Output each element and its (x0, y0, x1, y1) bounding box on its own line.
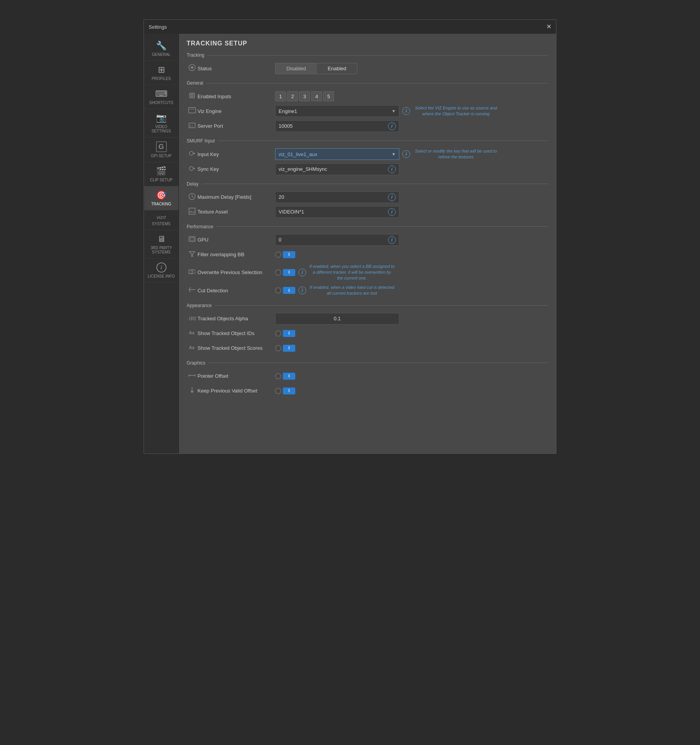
cut-detection-info-icon[interactable]: i (298, 287, 306, 294)
toggle-circle-overwrite (275, 269, 281, 276)
sidebar-item-general[interactable]: 🔧 GENERAL (144, 37, 178, 61)
pointer-offset-icon (187, 372, 198, 381)
sidebar-label-clip: CLIP SETUP (150, 178, 172, 182)
toggle-pill-filter[interactable]: I (283, 251, 295, 258)
toggle-circle-ids (275, 330, 281, 337)
show-tracked-ids-control: I (275, 330, 548, 337)
gpi-icon: G (156, 141, 167, 152)
toggle-pill-keep[interactable]: I (283, 387, 295, 394)
sidebar-label-video: VIDEO SETTINGS (146, 125, 177, 133)
row-input-key: Input Key viz_01_live1_aux ▼ i Select or… (187, 147, 548, 162)
status-toggle[interactable]: Disabled Enabled (275, 63, 357, 74)
toggle-pill-cut[interactable]: I (283, 287, 295, 294)
viz-engine-info-icon[interactable]: i (402, 107, 410, 115)
viz-engine-icon (187, 107, 198, 115)
sidebar-item-clip-setup[interactable]: 🎬 CLIP SETUP (144, 162, 178, 186)
close-button[interactable]: ✕ (546, 24, 551, 30)
svg-line-30 (189, 290, 191, 292)
section-appearance: Appearance (187, 303, 548, 308)
input-btn-5[interactable]: 5 (323, 91, 334, 101)
input-key-arrow: ▼ (392, 152, 396, 156)
toggle-pill-ids[interactable]: I (283, 330, 295, 337)
pointer-offset-toggle[interactable]: I (275, 373, 295, 380)
input-key-dropdown[interactable]: viz_01_live1_aux ▼ (275, 148, 399, 160)
overwrite-info-icon[interactable]: i (298, 269, 306, 276)
max-delay-info-icon[interactable]: i (388, 193, 396, 201)
sidebar-item-profiles[interactable]: ⊞ PROFILES (144, 61, 178, 85)
section-general: General (187, 80, 548, 86)
section-smurf-label: SMURF Input (187, 138, 215, 144)
gpu-control: 0 i (275, 234, 548, 246)
svg-point-1 (191, 66, 193, 69)
gpu-info-icon[interactable]: i (388, 236, 396, 244)
show-scores-toggle[interactable]: I (275, 345, 295, 352)
svg-rect-26 (189, 270, 193, 274)
sidebar-item-shortcuts[interactable]: ⌨ SHORTCUTS (144, 85, 178, 109)
sidebar-item-systems[interactable]: vizrt SYSTEMS (144, 210, 178, 230)
input-key-info-icon[interactable]: i (402, 150, 410, 158)
show-ids-toggle[interactable]: I (275, 330, 295, 337)
viz-engine-value: Engine1 (279, 108, 297, 114)
svg-marker-39 (191, 391, 194, 393)
tracked-objects-alpha-label: Tracked Objects Alpha (198, 316, 275, 321)
row-enabled-inputs: Enabled Inputs 1 2 3 4 5 (187, 89, 548, 104)
input-btn-2[interactable]: 2 (287, 91, 298, 101)
window-title: Settings (149, 24, 167, 30)
texture-asset-input[interactable]: VIDEOIN*1 i (275, 206, 399, 218)
server-port-value: 10005 (279, 123, 293, 129)
toggle-circle-keep (275, 388, 281, 394)
sidebar-item-tracking[interactable]: 🎯 TRACKING (144, 186, 178, 210)
page-title: TRACKING SETUP (187, 40, 548, 47)
tracked-objects-alpha-input[interactable]: 0.1 (275, 313, 399, 325)
viz-engine-control: Engine1 ▼ i Select the VIZ Engine to use… (275, 105, 548, 117)
gpu-input[interactable]: 0 i (275, 234, 399, 246)
title-bar: Settings ✕ (144, 20, 556, 34)
sync-key-input[interactable]: viz_engine_SHMsync i (275, 163, 399, 175)
filter-overlapping-label: Filter overlapping BB (198, 252, 275, 257)
overwrite-toggle[interactable]: I (275, 269, 295, 276)
sidebar-item-license-info[interactable]: i LICENSE INFO (144, 259, 178, 283)
filter-overlapping-toggle[interactable]: I (275, 251, 295, 258)
keep-offset-toggle[interactable]: I (275, 387, 295, 394)
status-disabled-btn[interactable]: Disabled (275, 63, 317, 74)
section-smurf: SMURF Input (187, 138, 548, 144)
sync-key-info-icon[interactable]: i (388, 165, 396, 173)
input-btn-4[interactable]: 4 (311, 91, 322, 101)
gpu-label: GPU (198, 237, 275, 243)
sidebar-item-gpi-setup[interactable]: G GPI SETUP (144, 137, 178, 162)
server-port-info-icon[interactable]: i (388, 122, 396, 130)
server-port-input[interactable]: 10005 i (275, 120, 399, 132)
texture-asset-info-icon[interactable]: i (388, 208, 396, 216)
num-buttons-group: 1 2 3 4 5 (275, 91, 334, 101)
max-delay-input[interactable]: 20 i (275, 191, 399, 203)
row-tracked-objects-alpha: αα Tracked Objects Alpha 0.1 (187, 311, 548, 326)
svg-rect-21 (190, 238, 194, 240)
input-btn-1[interactable]: 1 (275, 91, 286, 101)
sidebar-item-video-settings[interactable]: 📷 VIDEO SETTINGS (144, 109, 178, 137)
toggle-pill-scores[interactable]: I (283, 345, 295, 352)
filter-overlapping-control: I (275, 251, 548, 258)
row-viz-engine: Viz Engine Engine1 ▼ i Select the VIZ En… (187, 104, 548, 119)
cut-detection-toggle[interactable]: I (275, 287, 295, 294)
sidebar-item-3rd-party[interactable]: 🖥 3RD PARTY SYSTEMS (144, 230, 178, 259)
svg-rect-18 (189, 208, 195, 214)
input-btn-3[interactable]: 3 (299, 91, 310, 101)
sidebar-label-3rdparty: 3RD PARTY SYSTEMS (146, 246, 177, 254)
enabled-inputs-label: Enabled Inputs (198, 94, 275, 99)
sidebar-label-general: GENERAL (152, 52, 171, 57)
svg-marker-2 (190, 93, 194, 98)
server-port-control: 10005 i (275, 120, 548, 132)
section-delay: Delay (187, 181, 548, 187)
sync-key-label: Sync Key (198, 166, 275, 172)
dropdown-arrow-viz: ▼ (392, 109, 396, 113)
overwrite-selection-label: Overwrite Previous Selection (198, 269, 275, 275)
show-tracked-scores-control: I (275, 345, 548, 352)
viz-engine-dropdown[interactable]: Engine1 ▼ (275, 105, 399, 117)
row-show-tracked-ids: Aa Show Tracked Object IDs I (187, 326, 548, 341)
keep-previous-offset-control: I (275, 387, 548, 394)
sidebar-label-profiles: PROFILES (152, 76, 171, 81)
status-enabled-btn[interactable]: Enabled (317, 63, 357, 74)
toggle-pill-pointer[interactable]: I (283, 373, 295, 380)
toggle-circle-pointer (275, 373, 281, 379)
toggle-pill-overwrite[interactable]: I (283, 269, 295, 276)
